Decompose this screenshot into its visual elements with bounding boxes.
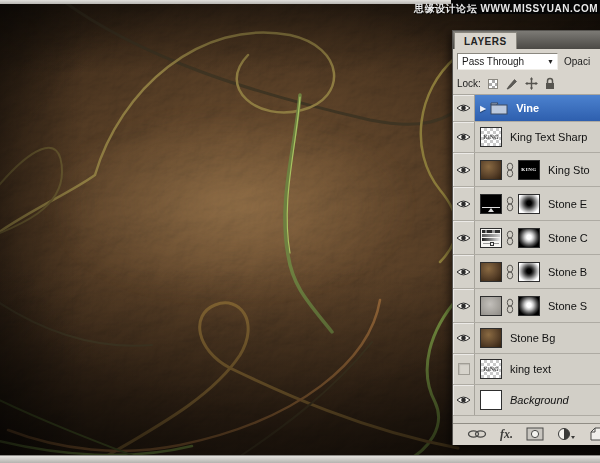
- visibility-toggle[interactable]: [453, 385, 475, 415]
- visibility-toggle[interactable]: [453, 289, 475, 322]
- eye-icon: [456, 267, 471, 277]
- king-mask-thumbnail[interactable]: KING: [518, 160, 540, 180]
- watermark-text: 思缘设计论坛 WWW.MISSYUAN.COM: [414, 2, 598, 18]
- white-thumbnail[interactable]: [480, 390, 502, 410]
- eye-icon: [456, 333, 471, 343]
- layer-row[interactable]: Stone B: [453, 255, 600, 289]
- eye-icon: [456, 301, 471, 311]
- link-layers-icon[interactable]: [467, 428, 487, 442]
- lock-image-pixels-icon[interactable]: [506, 77, 519, 90]
- eye-hidden-box: [458, 363, 470, 375]
- expand-group-icon[interactable]: ▶: [480, 104, 486, 113]
- layer-mask-thumbnail[interactable]: [518, 296, 540, 316]
- layer-name[interactable]: Stone E: [548, 198, 587, 210]
- adjustment-thumbnail[interactable]: [480, 228, 502, 248]
- layer-mask-thumbnail[interactable]: [518, 194, 540, 214]
- stone-thumbnail[interactable]: [480, 262, 502, 282]
- opacity-label: Opaci: [564, 56, 590, 67]
- new-layer-icon[interactable]: [589, 427, 600, 443]
- photoshop-workspace: KiNG 思缘设计论坛 WWW.MISSYUAN.COM LAYERS Pass…: [0, 0, 600, 463]
- layer-row[interactable]: KiNGking text: [453, 354, 600, 385]
- eye-icon: [456, 132, 471, 142]
- levels-adjustment-thumbnail[interactable]: [480, 194, 502, 214]
- visibility-toggle[interactable]: [453, 95, 475, 121]
- tab-layers[interactable]: LAYERS: [454, 32, 517, 49]
- stone-thumbnail[interactable]: [480, 160, 502, 180]
- eye-icon: [456, 233, 471, 243]
- visibility-toggle[interactable]: [453, 323, 475, 353]
- layer-row-content[interactable]: Stone E: [475, 187, 600, 220]
- stone-thumbnail[interactable]: [480, 328, 502, 348]
- link-mask-icon: [506, 196, 514, 212]
- lock-label: Lock:: [457, 78, 481, 89]
- layer-name[interactable]: king text: [510, 363, 551, 375]
- lock-transparent-pixels-icon[interactable]: [487, 77, 500, 90]
- add-layer-mask-icon[interactable]: [526, 427, 544, 443]
- layer-row-content[interactable]: KiNGKing Text Sharp: [475, 122, 600, 152]
- link-mask-icon: [506, 298, 514, 314]
- link-mask-icon: [506, 264, 514, 280]
- layer-row[interactable]: Stone Bg: [453, 323, 600, 354]
- layer-row[interactable]: KiNGKing Text Sharp: [453, 122, 600, 153]
- layer-name[interactable]: King Text Sharp: [510, 131, 587, 143]
- layer-row-content[interactable]: Background: [475, 385, 600, 415]
- new-adjustment-layer-icon[interactable]: [557, 427, 576, 443]
- transparent-king-thumbnail[interactable]: KiNG: [480, 359, 502, 379]
- eye-icon: [456, 199, 471, 209]
- layer-name[interactable]: Vine: [516, 102, 539, 114]
- lock-all-icon[interactable]: [544, 77, 557, 90]
- link-mask-icon: [506, 162, 514, 178]
- visibility-toggle[interactable]: [453, 354, 475, 384]
- eye-icon: [456, 395, 471, 405]
- lock-row: Lock:: [453, 73, 600, 95]
- king-title-text: KiNG: [0, 0, 475, 295]
- layer-row-content[interactable]: KINGKing Sto: [475, 153, 600, 186]
- layer-row[interactable]: Background: [453, 385, 600, 416]
- transparent-king-thumbnail[interactable]: KiNG: [480, 127, 502, 147]
- eye-icon: [456, 103, 471, 113]
- window-bottom-edge: [0, 455, 600, 463]
- layer-row-content[interactable]: Stone B: [475, 255, 600, 288]
- blend-mode-value: Pass Through: [462, 56, 524, 67]
- chevron-down-icon: ▼: [547, 58, 554, 65]
- layer-style-icon[interactable]: fx.: [500, 427, 513, 442]
- layer-row[interactable]: Stone E: [453, 187, 600, 221]
- layers-panel: LAYERS Pass Through ▼ Opaci Lock: ▶VineK…: [452, 30, 600, 445]
- eye-icon: [456, 165, 471, 175]
- visibility-toggle[interactable]: [453, 153, 475, 186]
- layer-name[interactable]: Stone B: [548, 266, 587, 278]
- layer-name[interactable]: King Sto: [548, 164, 590, 176]
- panel-footer: fx.: [453, 423, 600, 445]
- layer-row-content[interactable]: Stone S: [475, 289, 600, 322]
- visibility-toggle[interactable]: [453, 221, 475, 254]
- layer-row-content[interactable]: Stone C: [475, 221, 600, 254]
- gray-texture-thumbnail[interactable]: [480, 296, 502, 316]
- blend-mode-select[interactable]: Pass Through ▼: [457, 53, 558, 70]
- group-folder-icon: [490, 102, 508, 115]
- layer-row-content[interactable]: ▶Vine: [475, 95, 600, 121]
- layer-row-content[interactable]: Stone Bg: [475, 323, 600, 353]
- visibility-toggle[interactable]: [453, 255, 475, 288]
- layer-row[interactable]: KINGKing Sto: [453, 153, 600, 187]
- visibility-toggle[interactable]: [453, 122, 475, 152]
- layer-name[interactable]: Background: [510, 394, 569, 406]
- layer-name[interactable]: Stone S: [548, 300, 587, 312]
- lock-position-icon[interactable]: [525, 77, 538, 90]
- layer-row[interactable]: Stone C: [453, 221, 600, 255]
- blend-mode-row: Pass Through ▼ Opaci: [453, 49, 600, 73]
- layer-list: ▶VineKiNGKing Text SharpKINGKing StoSton…: [453, 95, 600, 423]
- layer-row-content[interactable]: KiNGking text: [475, 354, 600, 384]
- layer-row[interactable]: ▶Vine: [453, 95, 600, 122]
- layer-mask-thumbnail[interactable]: [518, 228, 540, 248]
- layer-name[interactable]: Stone Bg: [510, 332, 555, 344]
- panel-tabstrip: LAYERS: [453, 31, 600, 49]
- layer-name[interactable]: Stone C: [548, 232, 588, 244]
- layer-row[interactable]: Stone S: [453, 289, 600, 323]
- link-mask-icon: [506, 230, 514, 246]
- layer-mask-thumbnail[interactable]: [518, 262, 540, 282]
- visibility-toggle[interactable]: [453, 187, 475, 220]
